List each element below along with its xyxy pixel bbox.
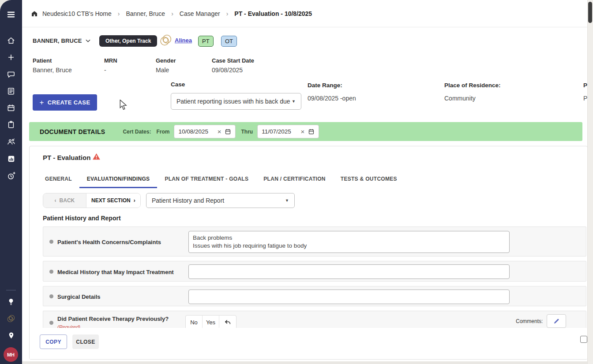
breadcrumb-item[interactable]: Case Manager xyxy=(180,10,220,17)
scrollbar-thumb[interactable] xyxy=(588,2,592,23)
section-heading: Patient History and Report xyxy=(43,215,121,222)
residence-label: Place of Residence: xyxy=(444,82,501,89)
home-icon[interactable] xyxy=(0,33,22,48)
field-row-surgical-details: Surgical Details xyxy=(43,286,586,306)
health-concerns-textarea[interactable]: Back problems Issues with his job requir… xyxy=(188,231,510,253)
back-label: BACK xyxy=(60,197,75,204)
location-pin-icon[interactable] xyxy=(0,328,22,343)
ot-discipline-badge[interactable]: OT xyxy=(221,36,237,47)
alinea-logo-icon[interactable] xyxy=(0,311,22,326)
sidebar: MH xyxy=(0,0,22,364)
bullet-icon xyxy=(49,270,53,274)
case-select[interactable]: Patient reporting issues with his back d… xyxy=(171,93,301,110)
add-icon[interactable] xyxy=(0,50,22,65)
gender-label: Gender xyxy=(156,57,176,64)
next-section-label: NEXT SECTION xyxy=(91,197,131,204)
yes-button[interactable]: Yes xyxy=(203,316,219,329)
calendar-icon[interactable] xyxy=(0,100,22,115)
clear-icon[interactable]: × xyxy=(218,128,221,135)
cert-from-date-value: 10/08/2025 xyxy=(178,128,214,135)
create-case-button[interactable]: + CREATE CASE xyxy=(33,94,97,111)
patient-header: BANNER, BRUCE Other, Open Track Alinea P… xyxy=(22,28,593,119)
pt-discipline-badge[interactable]: PT xyxy=(198,36,214,47)
document-footer: COPY CLOSE C xyxy=(30,328,587,360)
breadcrumb-item[interactable]: Banner, Bruce xyxy=(126,10,165,17)
chat-icon[interactable] xyxy=(0,67,22,82)
cert-from-label: From xyxy=(156,129,169,135)
sidebar-divider xyxy=(6,290,16,290)
field-label: Patient's Health Concerns/Complaints xyxy=(57,239,185,246)
section-nav: ‹ BACK NEXT SECTION › xyxy=(43,193,141,208)
calendar-picker-icon[interactable] xyxy=(308,128,315,135)
tab-plan-of-treatment-goals[interactable]: PLAN OF TREATMENT - GOALS xyxy=(157,171,256,188)
breadcrumb-home-icon[interactable] xyxy=(31,10,38,17)
chevron-right-icon: › xyxy=(118,10,120,17)
track-status-pill[interactable]: Other, Open Track xyxy=(99,35,157,47)
patient-label: Patient xyxy=(33,57,52,64)
document-details-title: DOCUMENT DETAILS xyxy=(40,128,105,135)
plus-icon: + xyxy=(40,98,44,107)
document-card: PT - Evaluation GENERAL EVALUATION/FINDI… xyxy=(29,146,588,360)
clear-icon[interactable]: × xyxy=(300,128,304,135)
case-selected-value: Patient reporting issues with his back d… xyxy=(176,98,290,105)
breadcrumb-current: PT - Evaluation - 10/8/2025 xyxy=(234,10,312,17)
cert-from-date-input[interactable]: 10/08/2025 × xyxy=(174,125,236,138)
medical-history-textarea[interactable] xyxy=(188,264,510,279)
cert-thru-label: Thru xyxy=(241,129,253,135)
breadcrumb-item[interactable]: Neudesic10 CTB's Home xyxy=(42,10,112,17)
surgical-details-textarea[interactable] xyxy=(188,290,510,304)
document-icon[interactable] xyxy=(0,84,22,99)
mrn-label: MRN xyxy=(104,57,117,64)
user-avatar[interactable]: MH xyxy=(4,347,18,362)
app-root: MH Neudesic10 CTB's Home › Banner, Bruce… xyxy=(0,0,593,364)
cert-thru-date-input[interactable]: 11/07/2025 × xyxy=(257,125,319,138)
patient-value: Banner, Bruce xyxy=(33,67,72,74)
clipboard-icon[interactable] xyxy=(0,117,22,132)
bullet-icon xyxy=(49,321,53,325)
back-button[interactable]: ‹ BACK xyxy=(43,193,86,208)
caret-down-icon: ▼ xyxy=(285,198,289,203)
document-title: PT - Evaluation xyxy=(43,154,90,161)
page-scrollbar[interactable] xyxy=(587,0,593,364)
tab-tests-outcomes[interactable]: TESTS & OUTCOMES xyxy=(333,171,405,188)
chevron-right-icon: › xyxy=(226,10,229,17)
hamburger-menu-icon[interactable] xyxy=(0,7,22,22)
pencil-icon xyxy=(553,318,560,324)
case-label: Case xyxy=(171,81,185,88)
patient-name-selector[interactable]: BANNER, BRUCE xyxy=(33,37,90,44)
chevron-right-icon: › xyxy=(134,197,135,204)
document-tabs: GENERAL EVALUATION/FINDINGS PLAN OF TREA… xyxy=(38,171,405,188)
close-button[interactable]: CLOSE xyxy=(72,334,99,349)
bullet-icon xyxy=(49,294,53,298)
alinea-link[interactable]: Alinea xyxy=(175,37,192,44)
chevron-right-icon: › xyxy=(171,10,173,17)
cert-dates-label: Cert Dates: xyxy=(123,129,151,135)
tab-evaluation-findings[interactable]: EVALUATION/FINDINGS xyxy=(79,171,158,188)
no-button[interactable]: No xyxy=(186,316,203,329)
history-add-icon[interactable] xyxy=(0,168,22,183)
section-select[interactable]: Patient History and Report ▼ xyxy=(146,193,295,208)
copy-button[interactable]: COPY xyxy=(40,334,67,349)
gender-value: Male xyxy=(156,67,169,74)
lightbulb-icon[interactable] xyxy=(0,294,22,309)
calendar-picker-icon[interactable] xyxy=(225,128,231,135)
date-range-value: 09/08/2025 -open xyxy=(308,95,356,102)
footer-checkbox-group: C xyxy=(580,336,588,343)
tab-general[interactable]: GENERAL xyxy=(38,171,79,188)
patient-name-label: BANNER, BRUCE xyxy=(33,37,82,44)
patients-group-icon[interactable] xyxy=(0,134,22,149)
warning-icon[interactable] xyxy=(92,152,101,163)
chart-icon[interactable] xyxy=(0,151,22,166)
tab-plan-certification[interactable]: PLAN / CERTIFICATION xyxy=(256,171,333,188)
edit-comments-button[interactable] xyxy=(547,314,566,328)
footer-checkbox[interactable] xyxy=(580,336,587,343)
section-selected-value: Patient History and Report xyxy=(152,197,224,204)
field-row-medical-history: Medical History that May Impact Treatmen… xyxy=(43,261,586,282)
field-question: Did Patient Receive Therapy Previously? xyxy=(57,316,169,322)
create-case-label: CREATE CASE xyxy=(48,99,90,106)
undo-icon[interactable] xyxy=(219,316,236,329)
field-row-health-concerns: Patient's Health Concerns/Complaints Bac… xyxy=(43,227,586,256)
chevron-down-icon xyxy=(86,39,90,43)
next-section-button[interactable]: NEXT SECTION › xyxy=(86,193,140,208)
alinea-logo-icon xyxy=(159,33,173,47)
